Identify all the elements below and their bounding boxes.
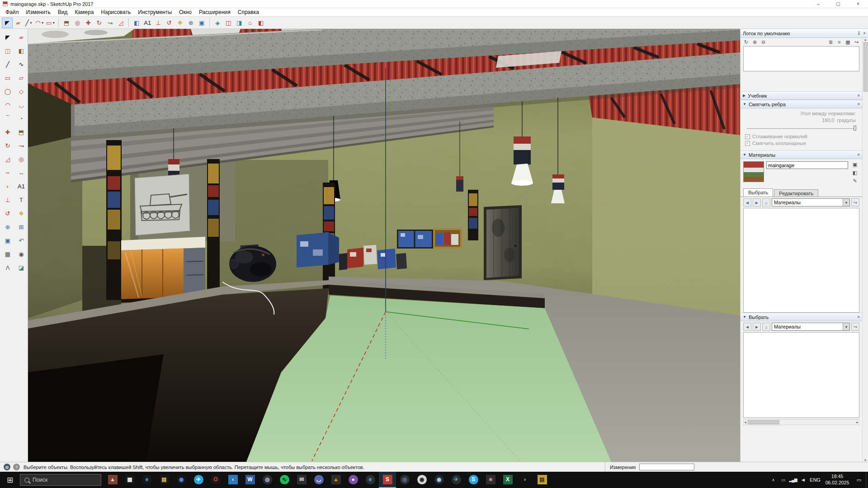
menu-item[interactable]: Справка <box>234 8 263 16</box>
home-button[interactable]: ⌂ <box>762 198 770 206</box>
extension-components-tool[interactable]: ◫ <box>223 18 234 28</box>
push-pull-tool[interactable]: ⬒ <box>15 126 28 138</box>
app-github[interactable]: ◉ <box>413 472 430 488</box>
walk-tool[interactable]: Λ <box>1 262 14 273</box>
arc-tool[interactable]: ◠ ▼ <box>34 18 45 28</box>
axes-tool[interactable]: ⊥ <box>1 194 14 206</box>
scroll-thumb[interactable] <box>748 420 779 424</box>
monitor-icon[interactable]: ▭ <box>778 472 788 488</box>
look-around-tool[interactable]: ◉ <box>15 248 28 260</box>
rotate-tool[interactable]: ↻ <box>1 140 14 151</box>
taskbar-search[interactable]: Поиск <box>20 474 101 486</box>
panel-close-icon[interactable]: × <box>857 314 860 319</box>
dropdown-arrow-icon[interactable]: ▼ <box>843 199 849 206</box>
axes-tool[interactable]: ⊥ <box>153 18 164 28</box>
collapse-icon[interactable]: ▼ <box>743 315 746 319</box>
panel-header-soften-edges[interactable]: ▼ Смягчить ребра × <box>741 100 862 108</box>
task-view-icon[interactable]: ▦ <box>121 472 138 488</box>
scroll-up-icon[interactable]: ▲ <box>864 38 867 41</box>
thumbnails-icon[interactable]: ▦ <box>844 39 851 46</box>
show-desktop-button[interactable] <box>866 472 868 488</box>
paint-bucket-tool[interactable]: ◧ <box>131 18 142 28</box>
expand-icon[interactable]: ▶ <box>743 94 745 98</box>
app-telegram-desktop[interactable]: ✈ <box>448 472 465 488</box>
app-discord[interactable]: ◡ <box>310 472 327 488</box>
zoom-out-icon[interactable]: ⊖ <box>760 39 767 46</box>
app-mail[interactable]: ✉ <box>293 472 310 488</box>
position-camera-tool[interactable]: ▦ <box>1 248 14 260</box>
taskbar-clock[interactable]: 18:45 06.02.2025 <box>822 474 852 486</box>
extension-view-tool[interactable]: ◈ <box>212 18 223 28</box>
scale-tool[interactable]: ◿ <box>1 153 14 165</box>
zoom-in-icon[interactable]: ⊕ <box>751 39 758 46</box>
forward-button[interactable]: ► <box>753 198 761 206</box>
open-panel-icon[interactable]: ↪ <box>853 39 860 46</box>
pan-tool[interactable]: ❖ <box>15 207 28 219</box>
line-tool[interactable]: ╱ ▼ <box>24 18 34 28</box>
sample-dropper-icon[interactable]: ✎ <box>852 178 859 184</box>
tab-select[interactable]: Выбрать <box>743 188 773 197</box>
move-tool[interactable]: ✚ <box>83 18 94 28</box>
app-opera[interactable]: O <box>207 472 224 488</box>
app-sketchup-pro[interactable]: S <box>379 472 396 488</box>
app-edge[interactable]: e <box>138 472 156 488</box>
maximize-button[interactable]: ▢ <box>828 0 848 8</box>
app-steam[interactable]: ◉ <box>430 472 448 488</box>
network-icon[interactable]: ▂▄▆ <box>788 472 798 488</box>
back-button[interactable]: ◄ <box>743 198 751 206</box>
two-point-arc-tool[interactable]: ◡ <box>15 99 28 111</box>
scroll-right-icon[interactable]: ► <box>856 421 859 424</box>
rotate-tool[interactable]: ↻ <box>94 18 104 28</box>
orbit-tool[interactable]: ↺ <box>1 207 14 219</box>
offset-tool[interactable]: ◎ <box>15 153 28 165</box>
tray-close-icon[interactable]: × <box>863 31 866 36</box>
protractor-tool[interactable]: ◗ <box>1 180 14 192</box>
app-sketchup-make[interactable]: ▲ <box>104 472 121 488</box>
tray-vertical-scrollbar[interactable]: ▲ ▼ <box>862 38 868 462</box>
eraser-tool[interactable]: ▰ <box>15 31 28 43</box>
text-tool[interactable]: A1 <box>15 180 28 192</box>
zoom-tool[interactable]: ⊕ <box>1 221 14 233</box>
section-plane-tool[interactable]: ◪ <box>15 262 28 273</box>
collapse-icon[interactable]: ▼ <box>743 102 746 106</box>
push-pull-tool[interactable]: ⬒ <box>61 18 72 28</box>
paint-bucket-tool[interactable]: ◧ <box>15 45 28 56</box>
home-button[interactable]: ⌂ <box>762 323 770 331</box>
scroll-left-icon[interactable]: ◄ <box>744 421 747 424</box>
chevron-up-icon[interactable]: ∧ <box>768 472 778 488</box>
app-spotify[interactable]: ∿ <box>276 472 293 488</box>
dropdown-arrow-icon[interactable]: ▼ <box>29 21 33 24</box>
select-collection-dropdown[interactable]: Материалы ▼ <box>772 323 850 331</box>
follow-me-tool[interactable]: ↝ <box>15 140 28 151</box>
3d-text-tool[interactable]: Т <box>15 194 28 206</box>
zoom-window-tool[interactable]: ⊞ <box>15 221 28 233</box>
rectangle-tool[interactable]: ▭ <box>1 72 14 84</box>
dropdown-arrow-icon[interactable]: ▼ <box>52 21 55 24</box>
details-icon[interactable]: ≣ <box>827 39 834 46</box>
in-model-button[interactable]: ↪ <box>851 198 859 206</box>
eraser-tool[interactable]: ▰ <box>13 18 24 28</box>
tape-measure-tool[interactable]: ╍ <box>1 167 14 178</box>
rectangle-tool[interactable]: ▭ ▼ <box>45 18 56 28</box>
app-vscode[interactable]: ‹ <box>224 472 241 488</box>
app-browser-blue[interactable]: ◎ <box>396 472 413 488</box>
circle-tool[interactable]: ◯ <box>1 85 14 97</box>
dropdown-arrow-icon[interactable]: ▼ <box>843 323 849 330</box>
menu-item[interactable]: Камера <box>71 8 97 16</box>
scale-tool[interactable]: ◿ <box>115 18 126 28</box>
action-center-icon[interactable]: ▭ <box>852 472 866 488</box>
language-indicator[interactable]: ENG <box>808 477 822 483</box>
volume-icon[interactable]: ◀ <box>798 472 808 488</box>
panel-close-icon[interactable]: × <box>857 152 860 157</box>
select-panel-list[interactable] <box>743 332 859 418</box>
panel-close-icon[interactable]: × <box>857 93 860 98</box>
move-tool[interactable]: ✚ <box>1 126 14 138</box>
sync-icon[interactable]: ↻ <box>743 39 750 46</box>
list-icon[interactable]: ≡ <box>836 39 843 46</box>
secondary-pane-icon[interactable]: ▣ <box>852 161 859 168</box>
viewport-3d[interactable] <box>28 29 740 462</box>
start-button[interactable]: ⊞ <box>0 472 20 488</box>
collapse-icon[interactable]: ▼ <box>743 153 746 157</box>
panel-close-icon[interactable]: × <box>857 102 860 107</box>
app-excel[interactable]: X <box>499 472 516 488</box>
